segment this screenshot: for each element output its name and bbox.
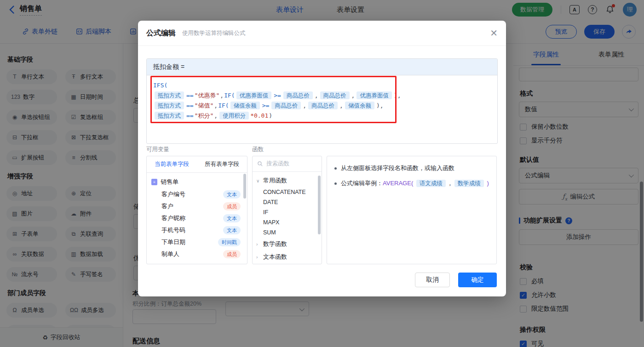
function-group-name: 文本函数 (263, 253, 287, 261)
form-doc-icon: ≡ (151, 179, 157, 185)
variables-list: ≡ 销售单 客户编号文本客户成员客户昵称文本手机号码文本下单日期时间戳制单人成员 (147, 173, 247, 263)
functions-scrollbar[interactable] (318, 176, 321, 234)
code-token: IF( (218, 102, 229, 109)
variable-row[interactable]: 制单人成员 (147, 248, 247, 260)
formula-editor[interactable]: 抵扣金额 = IFS(抵扣方式=="优惠券",IF(优惠券面值>=商品总价,商品… (146, 58, 498, 144)
tips-panel: 从左侧面板选择字段名和函数，或输入函数 公式编辑举例：AVERAGE( 语文成绩… (327, 156, 497, 264)
code-token: *0.01 (250, 112, 268, 119)
search-placeholder: 搜索函数 (266, 160, 289, 168)
code-token: , (303, 102, 306, 109)
formula-target-field: 抵扣金额 = (147, 59, 497, 75)
function-group-文本函数[interactable]: ›文本函数 (253, 250, 322, 263)
function-groups: ∨常用函数CONCATENATEDATEIFMAPXSUM›数学函数›文本函数 (253, 174, 322, 263)
example-field-2: 数学成绩 (454, 180, 484, 187)
code-token: "储值" (195, 102, 214, 109)
form-node[interactable]: ≡ 销售单 (147, 176, 247, 188)
code-token: , (351, 92, 355, 99)
variable-row[interactable]: 客户编号文本 (147, 188, 247, 200)
code-token: , (220, 92, 224, 99)
search-icon (257, 161, 263, 167)
variable-row[interactable]: 客户成员 (147, 200, 247, 212)
function-item-IF[interactable]: IF (253, 207, 322, 217)
function-group-数学函数[interactable]: ›数学函数 (253, 238, 322, 250)
variable-row[interactable]: 下单日期时间戳 (147, 236, 247, 248)
functions-panel: 搜索函数 ∨常用函数CONCATENATEDATEIFMAPXSUM›数学函数›… (252, 156, 322, 264)
function-search-box[interactable]: 搜索函数 (253, 156, 322, 172)
tab-current-form-fields[interactable]: 当前表单字段 (147, 156, 197, 172)
code-token: , (214, 112, 218, 119)
cancel-button[interactable]: 取消 (415, 273, 450, 287)
function-group-常用函数[interactable]: ∨常用函数 (253, 174, 322, 187)
formula-edit-modal: 公式编辑 使用数学运算符编辑公式 ✕ 抵扣金额 = IFS(抵扣方式=="优惠券… (138, 21, 506, 296)
caret-right-icon: › (256, 255, 261, 260)
variable-type-badge: 时间戳 (218, 238, 241, 246)
variable-rows: 客户编号文本客户成员客户昵称文本手机号码文本下单日期时间戳制单人成员 (147, 188, 247, 260)
code-token: "优惠券" (195, 92, 220, 99)
formula-line-1: IFS( (153, 80, 491, 91)
code-token: , (214, 102, 218, 109)
tab-all-form-fields[interactable]: 所有表单字段 (197, 156, 247, 172)
code-token: >= (262, 102, 270, 109)
function-item-SUM[interactable]: SUM (253, 228, 322, 238)
formula-line-3: 抵扣方式=="储值",IF(储值余额>=商品总价,商品总价,储值余额), (153, 101, 491, 111)
bullet-icon (334, 167, 337, 170)
function-tree: ∨常用函数CONCATENATEDATEIFMAPXSUM›数学函数›文本函数 (253, 172, 322, 264)
code-token: "积分" (195, 112, 214, 119)
field-token: 抵扣方式 (155, 102, 184, 109)
modal-subtitle: 使用数学运算符编辑公式 (182, 29, 246, 37)
tip-1: 从左侧面板选择字段名和函数，或输入函数 (334, 164, 489, 173)
field-token: 抵扣方式 (155, 112, 184, 119)
variable-name: 客户 (161, 202, 173, 210)
variable-name: 制单人 (161, 250, 179, 258)
formula-line-4: 抵扣方式=="积分",使用积分*0.01) (153, 111, 491, 121)
formula-code[interactable]: IFS(抵扣方式=="优惠券",IF(优惠券面值>=商品总价,商品总价,优惠券面… (147, 75, 497, 126)
variables-panel: 当前表单字段 所有表单字段 ≡ 销售单 客户编号文本客户成员客户昵称文本手机号码… (146, 156, 247, 264)
field-token: 储值余额 (345, 102, 374, 109)
field-token: 优惠券面值 (356, 91, 392, 99)
formula-line-2: 抵扣方式=="优惠券",IF(优惠券面值>=商品总价,商品总价,优惠券面值), (153, 91, 491, 101)
function-item-MAPX[interactable]: MAPX (253, 217, 322, 228)
code-token: >= (274, 92, 281, 99)
code-token: == (186, 92, 194, 99)
field-token: 抵扣方式 (155, 91, 184, 99)
code-token: IFS( (153, 82, 167, 89)
variable-name: 手机号码 (161, 226, 185, 234)
variable-name: 客户昵称 (161, 214, 185, 222)
variable-name: 客户编号 (161, 190, 185, 199)
variable-type-badge: 文本 (223, 214, 241, 222)
code-token: == (186, 112, 194, 119)
field-token: 商品总价 (283, 91, 313, 99)
code-token: ), (394, 92, 401, 99)
function-item-DATE[interactable]: DATE (253, 197, 322, 207)
caret-down-icon: ∨ (256, 178, 261, 183)
code-token: ) (269, 112, 272, 119)
variable-type-badge: 成员 (223, 250, 241, 258)
code-token: ), (376, 102, 384, 109)
code-token: , (315, 92, 318, 99)
field-token: 使用积分 (219, 112, 249, 119)
field-token: 商品总价 (320, 91, 350, 99)
close-icon[interactable]: ✕ (490, 28, 498, 38)
caret-right-icon: › (256, 242, 261, 247)
variables-label: 可用变量 (146, 146, 169, 154)
variables-scrollbar[interactable] (243, 174, 246, 199)
variable-name: 下单日期 (161, 238, 185, 246)
field-token: 商品总价 (271, 102, 301, 109)
field-token: 优惠券面值 (236, 91, 272, 99)
confirm-button[interactable]: 确定 (458, 273, 497, 287)
field-token: 商品总价 (308, 102, 338, 109)
function-group-name: 常用函数 (263, 176, 287, 185)
example-field-1: 语文成绩 (416, 180, 446, 187)
code-token: == (186, 102, 194, 109)
variable-type-badge: 成员 (223, 202, 241, 210)
variable-row[interactable]: 客户昵称文本 (147, 212, 247, 224)
tip-2-content: 公式编辑举例：AVERAGE( 语文成绩，数学成绩 ) (341, 179, 489, 188)
field-token: 储值余额 (230, 102, 260, 109)
code-token: , (339, 102, 343, 109)
code-token: IF( (224, 92, 235, 99)
variable-row[interactable]: 手机号码文本 (147, 224, 247, 236)
modal-title: 公式编辑 (146, 28, 176, 38)
variable-type-badge: 文本 (223, 190, 241, 199)
tip-2: 公式编辑举例：AVERAGE( 语文成绩，数学成绩 ) (334, 179, 489, 188)
function-item-CONCATENATE[interactable]: CONCATENATE (253, 187, 322, 197)
